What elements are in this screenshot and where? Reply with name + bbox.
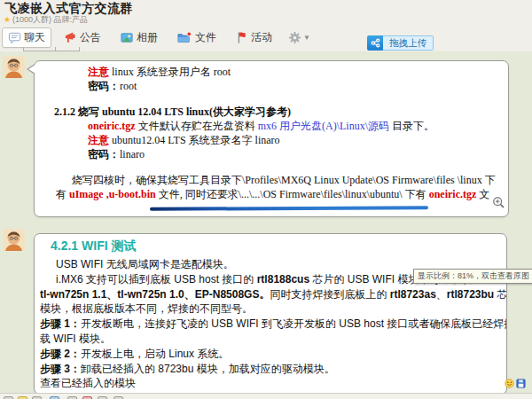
tab-announcement-label: 公告 [80, 30, 101, 45]
settings-button[interactable]: ▼ [285, 28, 314, 47]
doc-line: 4.2.1 WIFI 测试 [51, 238, 505, 254]
doc-text-segment: linaro [120, 148, 145, 160]
doc-text-segment: rtl8723as [390, 288, 436, 301]
doc-text-segment: oneiric.tgz [429, 188, 477, 200]
doc-text-segment: 步骤 2： [40, 348, 81, 360]
doc-line: 注意 linux 系统登录用户名 root [88, 65, 506, 79]
image-tools [505, 376, 526, 386]
doc-text-segment: rtl8723bu [447, 288, 494, 301]
doc-text-segment: oneiric.tgz [88, 120, 136, 132]
doc-text-segment: 步骤 1： [40, 317, 81, 330]
doc-line: 有 uImage ,u-boot.bin 文件, 同时还要求\...\...\O… [56, 187, 506, 201]
tab-album[interactable]: 相册 [113, 27, 164, 48]
doc-text-segment: 有 [56, 188, 69, 200]
tab-activity[interactable]: 活动 [229, 27, 278, 48]
doc-line: 密码：linaro [88, 147, 506, 161]
tab-activity-label: 活动 [251, 30, 272, 45]
flag-icon [235, 31, 248, 44]
doc-line: 注意 ubuntu12.04 LTS 系统登录名字 linaro [88, 133, 506, 147]
doc-line: 密码：root [88, 79, 506, 93]
share-upload-icon [367, 35, 383, 51]
zoom-in-icon[interactable] [492, 196, 505, 209]
tab-files-label: 文件 [195, 30, 216, 45]
doc-text-segment: 注意 [88, 134, 109, 146]
doc-line: 烧写四核时，确保其烧写工具目录下\Profiles\MX6Q Linux Upd… [72, 173, 506, 187]
avatar[interactable] [3, 229, 25, 251]
save-image-icon[interactable] [516, 376, 526, 386]
chat-message-area: 注意 linux 系统登录用户名 root密码：root2.1.2 烧写 ubu… [0, 51, 532, 393]
tab-announcement[interactable]: 公告 [58, 27, 107, 48]
doc-line: 2.1.2 烧写 ubuntu 12.04 LTS linux(供大家学习参考) [54, 105, 506, 119]
doc-text-segment: 注意 [88, 66, 109, 78]
group-subtitle: ★ (1000人群) 品牌:产品 [4, 14, 88, 26]
doc-text-segment: 载 WIFI 模块。 [40, 332, 111, 345]
group-header: 飞凌嵌入式官方交流群 ★ (1000人群) 品牌:产品 聊天 公告 相册 文件 … [0, 0, 532, 52]
document-screenshot-1: 注意 linux 系统登录用户名 root密码：root2.1.2 烧写 ubu… [36, 65, 506, 201]
doc-text-segment: 4.2.1 WIFI 测试 [51, 239, 136, 253]
gear-icon [288, 31, 301, 44]
chat-bubble-icon [8, 31, 21, 44]
doc-text-segment: uImage ,u-boot.bin [69, 188, 156, 200]
doc-text-segment: tl-wn725n 1.1、tl-wn725n 1.0、EP-N8508GS。 [40, 288, 270, 301]
input-toolbar-clipped [0, 393, 532, 399]
doc-text-segment: 芯片的板载 WIFI [494, 288, 507, 301]
doc-text-segment: 同时支持焊接到底板上的 [270, 288, 389, 301]
photo-album-icon [120, 31, 134, 44]
tab-files[interactable]: 文件 [170, 27, 223, 48]
doc-text-segment: 2.1.2 烧写 ubuntu 12.04 LTS linux(供大家学习参考) [54, 106, 291, 118]
doc-line: 步骤 1：开发板断电，连接好飞凌的 USB WIFI 到飞凌开发板的 USB h… [40, 317, 505, 332]
doc-text-segment: 烧写四核时，确保其烧写工具目录下\Profiles\MX6Q Linux Upd… [72, 174, 496, 186]
chevron-down-icon: ▼ [303, 34, 310, 42]
doc-text-segment: linux 系统登录用户名 root [109, 66, 231, 78]
tab-chat-label: 聊天 [24, 30, 45, 45]
doc-text-segment: rtl8188cus [257, 273, 309, 286]
doc-text-segment: 密码： [88, 80, 120, 92]
doc-line: 步骤 2：开发板上电，启动 Linux 系统。 [40, 347, 505, 362]
doc-text-segment: 查看已经插入的模块 [40, 377, 136, 389]
document-screenshot-2: 4.2.1 WIFI 测试USB WIFI 无线局域网卡是选配模块。i.MX6 … [36, 238, 505, 391]
doc-text-segment: 密码： [88, 148, 120, 160]
bubble-tail [34, 237, 35, 247]
star-icon: ★ [4, 16, 11, 24]
message-image-1[interactable]: 注意 linux 系统登录用户名 root密码：root2.1.2 烧写 ubu… [34, 60, 509, 217]
doc-line: oneiric.tgz 文件默认存贮在光盘资料 mx6 用户光盘(A)\Linu… [88, 119, 506, 133]
doc-line: tl-wn725n 1.1、tl-wn725n 1.0、EP-N8508GS。同… [40, 287, 505, 302]
doc-text-segment: 、 [436, 288, 447, 301]
group-subtitle-text: (1000人群) 品牌:产品 [12, 14, 88, 26]
doc-text-segment: i.MX6 支持可以插到底板 USB host 接口的 [56, 273, 257, 286]
tab-album-label: 相册 [137, 30, 158, 45]
doc-text-segment: mx6 用户光盘(A)\Linux\源码 [258, 120, 389, 132]
blue-underline-decoration [150, 206, 428, 211]
doc-text-segment: 开发板上电，启动 Linux 系统。 [81, 348, 229, 360]
drag-upload-button[interactable]: 拖拽上传 [367, 35, 434, 51]
drag-upload-label: 拖拽上传 [383, 35, 434, 51]
doc-text-segment: 卸载已经插入的 8723bu 模块，加载对应的驱动模块。 [81, 363, 335, 375]
avatar[interactable] [3, 56, 25, 78]
doc-text-segment: ubuntu12.04 LTS 系统登录名字 linaro [109, 134, 280, 146]
folder-icon [176, 31, 192, 44]
doc-text-segment: 目录下。 [389, 120, 434, 132]
doc-text-segment: 文 [476, 188, 489, 200]
add-emoticon-icon[interactable] [505, 376, 514, 386]
doc-line: 模块，根据底板版本不同，焊接的不同型号。 [40, 301, 505, 317]
doc-line: 步骤 3：卸载已经插入的 8723bu 模块，加载对应的驱动模块。 [40, 362, 505, 377]
doc-text-segment: root [120, 80, 137, 92]
megaphone-icon [64, 31, 77, 44]
doc-text-segment: USB WIFI 无线局域网卡是选配模块。 [56, 258, 234, 270]
group-toolbar: 聊天 公告 相册 文件 活动 ▼ [2, 27, 320, 48]
doc-text-segment: 文件, 同时还要求\...\...\OS Firmware\files\linu… [156, 188, 429, 200]
bubble-tail [27, 64, 35, 74]
doc-text-segment: 文件默认存贮在光盘资料 [136, 120, 258, 132]
doc-line: 查看已经插入的模块 [40, 376, 505, 391]
doc-text-segment: 开发板断电，连接好飞凌的 USB WIFI 到飞凌开发板的 USB host 接… [81, 317, 507, 330]
zoom-ratio-tooltip: 显示比例：81%，双击查看原图 [413, 269, 532, 284]
message-image-2[interactable]: 4.2.1 WIFI 测试USB WIFI 无线局域网卡是选配模块。i.MX6 … [34, 233, 507, 395]
tab-chat[interactable]: 聊天 [2, 27, 51, 48]
doc-text-segment: 步骤 3： [40, 363, 81, 375]
doc-line: 载 WIFI 模块。 [40, 332, 505, 347]
doc-text-segment: 模块，根据底板版本不同，焊接的不同型号。 [40, 302, 253, 315]
